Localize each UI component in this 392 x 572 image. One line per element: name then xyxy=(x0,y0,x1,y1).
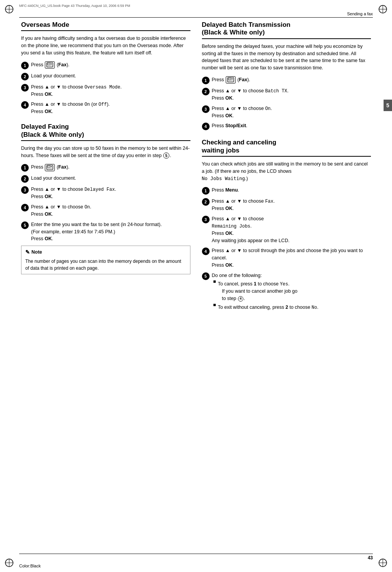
chapter-tab: 5 xyxy=(384,100,392,111)
checking-canceling-title: Checking and cancelingwaiting jobs xyxy=(202,139,371,157)
cancel-step-1: 1 Press Menu. xyxy=(202,187,371,195)
overseas-step-3: 3 Press ▲ or ▼ to choose Overseas Mode. … xyxy=(21,84,190,98)
batch-step-2-content: Press ▲ or ▼ to choose Batch TX. Press O… xyxy=(212,87,371,102)
svg-rect-19 xyxy=(48,168,52,169)
batch-step-4-content: Press Stop/Exit. xyxy=(212,122,371,129)
cancel-sub-item-1: To cancel, press 1 to choose Yes. If you… xyxy=(212,280,371,302)
batch-step-1-content: Press (Fax). xyxy=(212,76,371,84)
step-1b-content: Press (Fax). xyxy=(31,164,190,171)
step-number-1b: 1 xyxy=(21,164,29,172)
step-ref-4: 4 xyxy=(238,296,243,302)
batch-step-num-1: 1 xyxy=(202,77,210,84)
two-column-layout: Overseas Mode If you are having difficul… xyxy=(21,21,371,314)
cancel-step-num-3: 3 xyxy=(202,216,210,223)
page: MFC-440CN_UG_US.book Page 43 Thursday, A… xyxy=(0,0,392,572)
svg-rect-23 xyxy=(228,80,233,81)
note-body: The number of pages you can scan into th… xyxy=(25,258,186,272)
square-bullet-1 xyxy=(213,280,216,283)
step-number-3b: 3 xyxy=(21,186,29,194)
cancel-sub-item-2: To exit without canceling, press 2 to ch… xyxy=(212,304,371,311)
content-area: Overseas Mode If you are having difficul… xyxy=(21,21,371,551)
corner-mark-tr xyxy=(377,4,388,15)
square-bullet-2 xyxy=(213,304,216,306)
footer-color-info: Color:Black xyxy=(19,564,41,568)
batch-step-num-3: 3 xyxy=(202,105,210,113)
step-3-content: Press ▲ or ▼ to choose Overseas Mode. Pr… xyxy=(31,84,190,98)
overseas-mode-body: If you are having difficulty sending a f… xyxy=(21,35,190,56)
svg-rect-13 xyxy=(48,63,50,65)
batch-step-2: 2 Press ▲ or ▼ to choose Batch TX. Press… xyxy=(202,87,371,102)
batch-step-num-4: 4 xyxy=(202,123,210,130)
sub-item-1-text: To cancel, press 1 to choose Yes. If you… xyxy=(218,280,371,302)
fax-button-icon-3 xyxy=(226,76,236,84)
header-bar: Sending a fax xyxy=(19,11,373,18)
delayed-faxing-title: Delayed Faxing(Black & White only) xyxy=(21,123,190,141)
step-1-content: Press (Fax). xyxy=(31,61,190,69)
svg-rect-15 xyxy=(48,66,52,66)
corner-mark-tl xyxy=(4,4,15,15)
cancel-step-2: 2 Press ▲ or ▼ to choose Fax. Press OK. xyxy=(202,198,371,212)
cancel-step-5: 5 Do one of the following: To cancel, pr… xyxy=(202,272,371,311)
overseas-mode-title: Overseas Mode xyxy=(21,21,190,31)
sub-item-2-text: To exit without canceling, press 2 to ch… xyxy=(218,304,371,311)
page-number: 43 xyxy=(368,555,373,561)
file-info: MFC-440CN_UG_US.book Page 43 Thursday, A… xyxy=(19,4,130,8)
step-2b-content: Load your document. xyxy=(31,175,190,182)
svg-point-18 xyxy=(51,166,52,167)
left-column: Overseas Mode If you are having difficul… xyxy=(21,21,190,314)
batch-transmission-title: Delayed Batch Transmission(Black & White… xyxy=(202,21,371,39)
svg-rect-17 xyxy=(48,166,50,167)
batch-step-1: 1 Press (Fax). xyxy=(202,76,371,84)
cancel-step-5-content: Do one of the following: To cancel, pres… xyxy=(212,272,371,311)
cancel-step-4: 4 Press ▲ or ▼ to scroll through the job… xyxy=(202,247,371,269)
step-number-1: 1 xyxy=(21,62,29,69)
batch-step-3-content: Press ▲ or ▼ to choose On. Press OK. xyxy=(212,105,371,120)
overseas-step-1: 1 Press (Fax). xyxy=(21,61,190,69)
step-number-4b: 4 xyxy=(21,204,29,211)
fax-button-icon-2 xyxy=(45,164,55,171)
delayed-step-2: 2 Load your document. xyxy=(21,175,190,183)
overseas-step-4: 4 Press ▲ or ▼ to choose On (or Off). Pr… xyxy=(21,101,190,115)
delayed-step-5: 5 Enter the time you want the fax to be … xyxy=(21,221,190,243)
step-4b-content: Press ▲ or ▼ to choose On. Press OK. xyxy=(31,203,190,218)
cancel-step-num-5: 5 xyxy=(202,272,210,280)
step-2-content: Load your document. xyxy=(31,72,190,80)
corner-mark-bl xyxy=(4,557,15,568)
note-title: ✎ Note xyxy=(25,248,186,256)
delayed-faxing-section: Delayed Faxing(Black & White only) Durin… xyxy=(21,123,190,274)
step-number-2b: 2 xyxy=(21,175,29,183)
step-4-content: Press ▲ or ▼ to choose On (or Off). Pres… xyxy=(31,101,190,115)
fax-button-icon xyxy=(45,61,55,69)
note-label: Note xyxy=(31,249,42,256)
right-column: Delayed Batch Transmission(Black & White… xyxy=(202,21,371,314)
svg-rect-21 xyxy=(228,78,231,80)
step-number-4: 4 xyxy=(21,101,29,109)
delayed-step-3: 3 Press ▲ or ▼ to choose Delayed Fax. Pr… xyxy=(21,186,190,200)
step-number-5b: 5 xyxy=(21,221,29,229)
step-3b-content: Press ▲ or ▼ to choose Delayed Fax. Pres… xyxy=(31,186,190,200)
overseas-step-2: 2 Load your document. xyxy=(21,72,190,80)
batch-step-num-2: 2 xyxy=(202,88,210,95)
step-ref-circle-5: 5 xyxy=(163,152,169,159)
batch-step-4: 4 Press Stop/Exit. xyxy=(202,122,371,130)
header-title: Sending a fax xyxy=(347,11,373,16)
delayed-faxing-body: During the day you can store up to 50 fa… xyxy=(21,145,190,159)
checking-canceling-body: You can check which jobs are still waiti… xyxy=(202,161,371,182)
batch-transmission-section: Delayed Batch Transmission(Black & White… xyxy=(202,21,371,130)
delayed-step-1: 1 Press (Fax). xyxy=(21,164,190,172)
step-5b-content: Enter the time you want the fax to be se… xyxy=(31,221,190,243)
overseas-mode-section: Overseas Mode If you are having difficul… xyxy=(21,21,190,115)
note-pencil-icon: ✎ xyxy=(25,248,30,256)
step-number-2: 2 xyxy=(21,73,29,80)
batch-transmission-body: Before sending the delayed faxes, your m… xyxy=(202,43,371,72)
checking-canceling-section: Checking and cancelingwaiting jobs You c… xyxy=(202,139,371,311)
svg-point-14 xyxy=(51,64,52,64)
cancel-step-num-2: 2 xyxy=(202,198,210,206)
cancel-step-num-4: 4 xyxy=(202,247,210,255)
note-box: ✎ Note The number of pages you can scan … xyxy=(21,246,190,274)
cancel-step-1-content: Press Menu. xyxy=(212,187,371,194)
cancel-step-3-content: Press ▲ or ▼ to choose Remaining Jobs. P… xyxy=(212,215,371,244)
footer-bar: 43 xyxy=(19,554,373,561)
cancel-step-2-content: Press ▲ or ▼ to choose Fax. Press OK. xyxy=(212,198,371,212)
step-number-3: 3 xyxy=(21,84,29,92)
